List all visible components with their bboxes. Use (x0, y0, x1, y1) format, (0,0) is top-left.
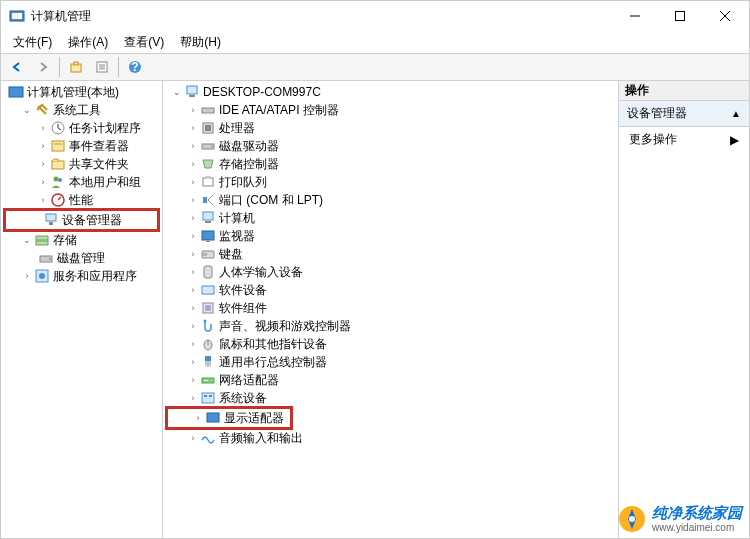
actions-context[interactable]: 设备管理器 ▲ (619, 101, 749, 127)
properties-button[interactable] (90, 55, 114, 79)
menu-file[interactable]: 文件(F) (5, 32, 60, 53)
svg-rect-24 (36, 236, 48, 240)
tree-label: 性能 (69, 192, 93, 209)
expand-icon[interactable]: › (187, 302, 199, 314)
expand-icon[interactable]: › (187, 104, 199, 116)
tree-event-viewer[interactable]: › 事件查看器 (3, 137, 160, 155)
expand-icon[interactable]: › (187, 248, 199, 260)
device-category[interactable]: ›显示适配器 (170, 409, 288, 427)
minimize-button[interactable] (612, 2, 657, 30)
device-category[interactable]: ›监视器 (165, 227, 616, 245)
svg-rect-41 (205, 221, 211, 223)
app-icon (9, 8, 25, 24)
tree-task-scheduler[interactable]: › 任务计划程序 (3, 119, 160, 137)
up-button[interactable] (64, 55, 88, 79)
expand-icon[interactable]: › (37, 122, 49, 134)
tree-disk-mgmt[interactable]: 磁盘管理 (3, 249, 160, 267)
display-adapter-icon (205, 410, 221, 426)
expand-icon[interactable]: › (187, 266, 199, 278)
svg-rect-58 (202, 393, 214, 403)
collapse-icon[interactable]: ⌄ (21, 104, 33, 116)
tree-performance[interactable]: › 性能 (3, 191, 160, 209)
right-arrow-icon: ▶ (730, 133, 739, 147)
svg-rect-18 (52, 161, 64, 169)
expand-icon[interactable]: › (187, 176, 199, 188)
device-category[interactable]: ›音频输入和输出 (165, 429, 616, 447)
svg-rect-54 (205, 356, 211, 361)
device-category[interactable]: ›人体学输入设备 (165, 263, 616, 281)
svg-point-20 (58, 178, 62, 182)
device-category[interactable]: ›存储控制器 (165, 155, 616, 173)
tree-system-tools[interactable]: ⌄ 系统工具 (3, 101, 160, 119)
expand-icon[interactable]: › (187, 320, 199, 332)
disk-drive-icon (200, 138, 216, 154)
expand-icon[interactable]: › (187, 230, 199, 242)
device-category[interactable]: ›鼠标和其他指针设备 (165, 335, 616, 353)
device-category[interactable]: ›声音、视频和游戏控制器 (165, 317, 616, 335)
svg-point-19 (54, 177, 59, 182)
device-category[interactable]: ›IDE ATA/ATAPI 控制器 (165, 101, 616, 119)
tree-services-apps[interactable]: › 服务和应用程序 (3, 267, 160, 285)
expand-icon[interactable]: › (187, 392, 199, 404)
collapse-icon[interactable]: ⌄ (21, 234, 33, 246)
device-tree-pane[interactable]: ⌄ DESKTOP-COM997C ›IDE ATA/ATAPI 控制器›处理器… (163, 81, 619, 538)
maximize-button[interactable] (657, 2, 702, 30)
device-category[interactable]: ›键盘 (165, 245, 616, 263)
tree-label: 磁盘驱动器 (219, 138, 279, 155)
expand-icon[interactable]: › (192, 412, 204, 424)
expand-icon[interactable]: › (187, 284, 199, 296)
forward-button[interactable] (31, 55, 55, 79)
expand-icon[interactable]: › (187, 338, 199, 350)
back-button[interactable] (5, 55, 29, 79)
close-button[interactable] (702, 2, 747, 30)
device-category[interactable]: ›系统设备 (165, 389, 616, 407)
tree-storage[interactable]: ⌄ 存储 (3, 231, 160, 249)
expand-icon[interactable]: › (37, 176, 49, 188)
watermark: 纯净系统家园 www.yidaimei.com (618, 505, 742, 533)
help-button[interactable]: ? (123, 55, 147, 79)
device-category[interactable]: ›软件组件 (165, 299, 616, 317)
device-root[interactable]: ⌄ DESKTOP-COM997C (165, 83, 616, 101)
computer-mgmt-icon (8, 84, 24, 100)
device-category[interactable]: ›计算机 (165, 209, 616, 227)
tree-root[interactable]: 计算机管理(本地) (3, 83, 160, 101)
menu-action[interactable]: 操作(A) (60, 32, 116, 53)
expand-icon[interactable]: › (187, 158, 199, 170)
tree-local-users[interactable]: › 本地用户和组 (3, 173, 160, 191)
expand-icon[interactable]: › (187, 356, 199, 368)
svg-rect-42 (202, 231, 214, 240)
expand-icon[interactable]: › (187, 432, 199, 444)
expand-icon[interactable]: › (37, 158, 49, 170)
svg-rect-40 (203, 212, 213, 220)
menu-view[interactable]: 查看(V) (116, 32, 172, 53)
expand-icon[interactable]: › (187, 122, 199, 134)
device-category[interactable]: ›软件设备 (165, 281, 616, 299)
desktop-icon (184, 84, 200, 100)
expand-icon[interactable]: › (187, 374, 199, 386)
more-actions[interactable]: 更多操作 ▶ (619, 127, 749, 152)
tree-shared-folders[interactable]: › 共享文件夹 (3, 155, 160, 173)
tree-device-manager[interactable]: 设备管理器 (8, 211, 155, 229)
svg-rect-47 (204, 266, 212, 278)
expand-icon[interactable]: › (187, 212, 199, 224)
more-actions-label: 更多操作 (629, 131, 677, 148)
device-category[interactable]: ›通用串行总线控制器 (165, 353, 616, 371)
expand-icon[interactable]: › (187, 140, 199, 152)
device-category[interactable]: ›处理器 (165, 119, 616, 137)
expand-icon[interactable]: › (37, 140, 49, 152)
collapse-icon[interactable]: ⌄ (171, 86, 183, 98)
svg-rect-3 (675, 12, 684, 21)
expand-icon[interactable]: › (187, 194, 199, 206)
menu-help[interactable]: 帮助(H) (172, 32, 229, 53)
device-manager-icon (43, 212, 59, 228)
expand-icon[interactable]: › (21, 270, 33, 282)
device-category[interactable]: ›打印队列 (165, 173, 616, 191)
services-icon (34, 268, 50, 284)
tree-label: 事件查看器 (69, 138, 129, 155)
menubar: 文件(F) 操作(A) 查看(V) 帮助(H) (1, 31, 749, 53)
device-category[interactable]: ›端口 (COM 和 LPT) (165, 191, 616, 209)
left-tree-pane[interactable]: 计算机管理(本地) ⌄ 系统工具 › 任务计划程序 › 事件查看器 › 共享文件… (1, 81, 163, 538)
device-category[interactable]: ›磁盘驱动器 (165, 137, 616, 155)
device-category[interactable]: ›网络适配器 (165, 371, 616, 389)
expand-icon[interactable]: › (37, 194, 49, 206)
